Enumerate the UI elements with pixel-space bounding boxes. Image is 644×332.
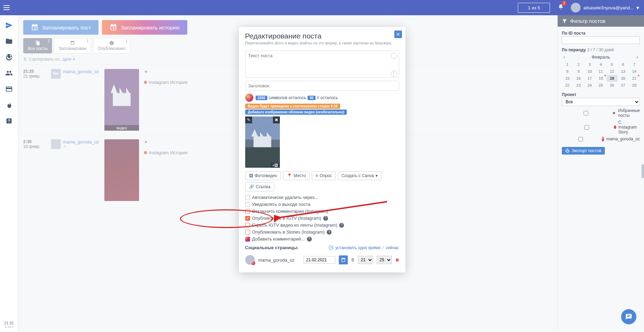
- clock-widget: 21:31 2.14.4: [4, 321, 14, 329]
- date-input[interactable]: [303, 256, 335, 264]
- edit-post-modal: ✕ Редактирование поста Перетаскивайте фо…: [239, 27, 405, 272]
- instagram-icon: [245, 94, 254, 102]
- remove-account-icon[interactable]: ✖: [395, 257, 399, 263]
- link-button[interactable]: 🔗 Ссылка: [245, 182, 274, 191]
- account-avatar: [245, 255, 255, 265]
- notifications-badge: 2: [561, 1, 567, 6]
- calendar-icon[interactable]: [339, 255, 348, 264]
- project-select[interactable]: Все: [562, 98, 640, 106]
- user-menu-caret[interactable]: ▾: [636, 5, 639, 11]
- side-nav: 21:31 2.14.4: [0, 15, 18, 332]
- heading-input[interactable]: [245, 81, 399, 91]
- progress-counter[interactable]: 1 из 5: [518, 3, 550, 13]
- sort-link[interactable]: дате ≡: [63, 57, 75, 62]
- topbar: 1 из 5 2 alisasele3nyova@yand... ▾: [0, 0, 644, 15]
- emoji-icon[interactable]: [391, 53, 397, 59]
- scrollbar-handle[interactable]: [642, 164, 644, 178]
- hide-igtv-checkbox[interactable]: [245, 223, 250, 228]
- cal-prev[interactable]: ‹: [562, 55, 567, 60]
- period-links[interactable]: 3 / 7 / 30 дней: [587, 47, 614, 52]
- help-icon[interactable]: ?: [323, 216, 328, 221]
- modal-title: Редактирование поста: [245, 32, 399, 40]
- post-text-input[interactable]: [245, 51, 399, 78]
- schedule-story-button[interactable]: Запланировать историю: [102, 20, 187, 35]
- delete-icon[interactable]: ✖: [273, 116, 280, 123]
- tab-published[interactable]: 1 Опубликовано: [93, 38, 130, 53]
- help-icon[interactable]: ?: [339, 223, 344, 228]
- media-thumbnail[interactable]: ✎ ✖ +🖼: [245, 116, 280, 168]
- clock-time: 21:31: [4, 321, 14, 325]
- help-icon[interactable]: [5, 117, 13, 125]
- canva-button[interactable]: Создать с Canva ▾: [338, 171, 381, 180]
- acc-checkbox[interactable]: [562, 137, 600, 141]
- disable-comments-checkbox[interactable]: [245, 209, 250, 214]
- export-button[interactable]: ⏻ Экспорт постов: [562, 147, 605, 155]
- filter-icon: [562, 18, 567, 24]
- place-button[interactable]: 📍 Место: [283, 171, 310, 180]
- autodelete-checkbox[interactable]: [245, 195, 250, 200]
- tab-all-posts[interactable]: 2 Все посты: [23, 38, 52, 53]
- now-link[interactable]: сейчас: [386, 245, 399, 250]
- notify-checkbox[interactable]: [245, 202, 250, 207]
- minute-select[interactable]: 25: [377, 256, 392, 264]
- notifications-icon[interactable]: 2: [558, 4, 564, 11]
- help-icon[interactable]: ?: [327, 230, 332, 235]
- close-icon[interactable]: ✕: [394, 30, 402, 38]
- clock-icon: [329, 245, 333, 250]
- modal-subtitle: Перетаскивайте фото и видео файлы на эту…: [245, 41, 399, 45]
- avatar[interactable]: [571, 3, 581, 12]
- set-one-time-link[interactable]: установить одно время: [335, 245, 380, 250]
- send-icon[interactable]: [5, 21, 13, 29]
- schedule-story-label: Запланировать историю: [121, 25, 180, 30]
- story-checkbox[interactable]: [562, 125, 612, 130]
- add-image-icon[interactable]: +🖼: [271, 163, 280, 168]
- folder-icon[interactable]: [5, 37, 13, 45]
- app-version: 2.14.4: [4, 325, 14, 329]
- text-tool-icon[interactable]: T: [391, 70, 397, 77]
- edit-icon[interactable]: ✎: [245, 116, 252, 123]
- help-icon[interactable]: ?: [307, 237, 312, 242]
- users-icon[interactable]: [5, 69, 13, 77]
- card-icon[interactable]: [5, 85, 13, 93]
- schedule-post-button[interactable]: Запланировать пост: [23, 20, 98, 35]
- hamburger-icon[interactable]: [3, 5, 14, 10]
- tab-planned[interactable]: 1 Запланирован: [54, 38, 91, 53]
- igtv-checkbox[interactable]: [245, 216, 250, 221]
- add-comment-checkbox[interactable]: [245, 237, 250, 242]
- filter-panel: Фильтр постов По ID поста По периоду 3 /…: [557, 15, 644, 332]
- schedule-post-label: Запланировать пост: [42, 25, 91, 30]
- media-button[interactable]: 🖼 Фото/видео: [245, 171, 281, 180]
- ratio-tag: Видео будет приведено к соотношению стор…: [245, 104, 341, 109]
- cal-next[interactable]: ›: [635, 55, 640, 60]
- hour-select[interactable]: 21: [358, 256, 373, 264]
- account-name: mama_goroda_oz: [258, 257, 300, 263]
- stories-checkbox[interactable]: [245, 230, 250, 235]
- cover-tag[interactable]: Добавьте изображение обложки видео (необ…: [245, 110, 347, 115]
- username-label[interactable]: alisasele3nyova@yand...: [583, 5, 634, 10]
- globe-icon[interactable]: [5, 53, 13, 61]
- fire-icon[interactable]: [5, 101, 13, 109]
- poll-button[interactable]: ≡ Опрос: [312, 171, 336, 180]
- fav-checkbox[interactable]: [562, 111, 610, 115]
- calendar-grid[interactable]: 1234567 891011121314 15161718192021 2223…: [562, 61, 640, 89]
- chat-fab[interactable]: [621, 309, 636, 324]
- filter-id-input[interactable]: [562, 36, 640, 44]
